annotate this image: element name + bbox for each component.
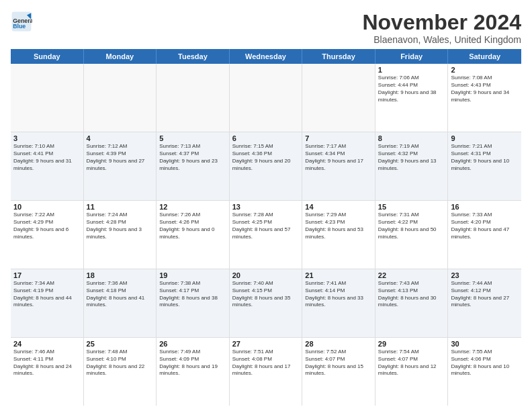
day-number: 23 [451,271,519,279]
calendar-cell: 29Sunrise: 7:54 AM Sunset: 4:07 PM Dayli… [375,338,449,406]
page: General Blue November 2024 Blaenavon, Wa… [0,0,532,411]
day-number: 29 [378,340,445,348]
calendar-cell: 23Sunrise: 7:44 AM Sunset: 4:12 PM Dayli… [448,269,521,337]
header: General Blue November 2024 Blaenavon, Wa… [11,11,521,45]
day-details: Sunrise: 7:31 AM Sunset: 4:22 PM Dayligh… [378,212,445,240]
day-details: Sunrise: 7:34 AM Sunset: 4:19 PM Dayligh… [13,280,81,309]
day-number: 12 [159,203,226,211]
calendar-cell: 4Sunrise: 7:12 AM Sunset: 4:39 PM Daylig… [84,132,157,200]
calendar-cell: 11Sunrise: 7:24 AM Sunset: 4:28 PM Dayli… [84,201,157,269]
day-details: Sunrise: 7:24 AM Sunset: 4:28 PM Dayligh… [87,212,154,240]
day-details: Sunrise: 7:49 AM Sunset: 4:09 PM Dayligh… [159,349,226,377]
day-details: Sunrise: 7:29 AM Sunset: 4:23 PM Dayligh… [305,212,372,240]
calendar-cell: 8Sunrise: 7:19 AM Sunset: 4:32 PM Daylig… [375,132,449,200]
day-details: Sunrise: 7:10 AM Sunset: 4:41 PM Dayligh… [13,143,81,172]
calendar-cell: 7Sunrise: 7:17 AM Sunset: 4:34 PM Daylig… [302,132,375,200]
title-block: November 2024 Blaenavon, Wales, United K… [362,11,521,45]
calendar-cell: 20Sunrise: 7:40 AM Sunset: 4:15 PM Dayli… [230,269,303,337]
day-number: 21 [305,271,372,279]
calendar-cell [230,64,303,132]
header-wednesday: Wednesday [230,49,303,64]
calendar-cell: 5Sunrise: 7:13 AM Sunset: 4:37 PM Daylig… [157,132,230,200]
header-monday: Monday [84,49,157,64]
day-number: 2 [451,66,519,74]
calendar-cell: 2Sunrise: 7:08 AM Sunset: 4:43 PM Daylig… [448,64,521,132]
header-tuesday: Tuesday [157,49,230,64]
day-number: 11 [87,203,154,211]
day-details: Sunrise: 7:06 AM Sunset: 4:44 PM Dayligh… [378,75,445,103]
calendar-cell: 19Sunrise: 7:38 AM Sunset: 4:17 PM Dayli… [157,269,230,337]
calendar-cell: 10Sunrise: 7:22 AM Sunset: 4:29 PM Dayli… [11,201,84,269]
calendar-cell: 1Sunrise: 7:06 AM Sunset: 4:44 PM Daylig… [375,64,449,132]
day-number: 20 [232,271,300,279]
day-details: Sunrise: 7:55 AM Sunset: 4:06 PM Dayligh… [451,349,519,377]
calendar-cell: 22Sunrise: 7:43 AM Sunset: 4:13 PM Dayli… [375,269,449,337]
calendar-cell: 14Sunrise: 7:29 AM Sunset: 4:23 PM Dayli… [302,201,375,269]
svg-text:Blue: Blue [13,23,26,30]
calendar-cell: 15Sunrise: 7:31 AM Sunset: 4:22 PM Dayli… [375,201,449,269]
day-details: Sunrise: 7:28 AM Sunset: 4:25 PM Dayligh… [232,212,300,240]
day-details: Sunrise: 7:54 AM Sunset: 4:07 PM Dayligh… [378,349,445,377]
day-details: Sunrise: 7:21 AM Sunset: 4:31 PM Dayligh… [451,143,519,172]
calendar-week-2: 3Sunrise: 7:10 AM Sunset: 4:41 PM Daylig… [11,132,521,201]
day-details: Sunrise: 7:41 AM Sunset: 4:14 PM Dayligh… [305,280,372,309]
calendar-week-3: 10Sunrise: 7:22 AM Sunset: 4:29 PM Dayli… [11,201,521,269]
day-details: Sunrise: 7:22 AM Sunset: 4:29 PM Dayligh… [13,212,81,240]
calendar-week-5: 24Sunrise: 7:46 AM Sunset: 4:11 PM Dayli… [11,338,521,406]
day-details: Sunrise: 7:08 AM Sunset: 4:43 PM Dayligh… [451,75,519,103]
header-thursday: Thursday [302,49,375,64]
day-details: Sunrise: 7:13 AM Sunset: 4:37 PM Dayligh… [159,143,226,172]
day-number: 27 [232,340,300,348]
calendar-week-4: 17Sunrise: 7:34 AM Sunset: 4:19 PM Dayli… [11,269,521,338]
calendar-cell: 25Sunrise: 7:48 AM Sunset: 4:10 PM Dayli… [84,338,157,406]
header-sunday: Sunday [11,49,84,64]
day-details: Sunrise: 7:44 AM Sunset: 4:12 PM Dayligh… [451,280,519,309]
calendar-cell: 30Sunrise: 7:55 AM Sunset: 4:06 PM Dayli… [448,338,521,406]
day-details: Sunrise: 7:48 AM Sunset: 4:10 PM Dayligh… [87,349,154,377]
calendar-cell [11,64,84,132]
day-details: Sunrise: 7:26 AM Sunset: 4:26 PM Dayligh… [159,212,226,240]
calendar-cell: 13Sunrise: 7:28 AM Sunset: 4:25 PM Dayli… [230,201,303,269]
day-number: 5 [159,134,226,142]
day-number: 4 [87,134,154,142]
day-number: 25 [87,340,154,348]
day-details: Sunrise: 7:51 AM Sunset: 4:08 PM Dayligh… [232,349,300,377]
day-details: Sunrise: 7:19 AM Sunset: 4:32 PM Dayligh… [378,143,445,172]
calendar-week-1: 1Sunrise: 7:06 AM Sunset: 4:44 PM Daylig… [11,64,521,132]
calendar-cell: 26Sunrise: 7:49 AM Sunset: 4:09 PM Dayli… [157,338,230,406]
day-number: 16 [451,203,519,211]
day-number: 18 [87,271,154,279]
day-details: Sunrise: 7:43 AM Sunset: 4:13 PM Dayligh… [378,280,445,309]
month-title: November 2024 [362,11,521,34]
calendar-cell: 21Sunrise: 7:41 AM Sunset: 4:14 PM Dayli… [302,269,375,337]
calendar: Sunday Monday Tuesday Wednesday Thursday… [11,49,521,406]
day-number: 14 [305,203,372,211]
calendar-cell: 3Sunrise: 7:10 AM Sunset: 4:41 PM Daylig… [11,132,84,200]
day-number: 1 [378,66,445,74]
day-number: 10 [13,203,81,211]
calendar-cell: 6Sunrise: 7:15 AM Sunset: 4:36 PM Daylig… [230,132,303,200]
calendar-header: Sunday Monday Tuesday Wednesday Thursday… [11,49,521,64]
day-details: Sunrise: 7:33 AM Sunset: 4:20 PM Dayligh… [451,212,519,240]
location: Blaenavon, Wales, United Kingdom [362,34,521,45]
day-number: 22 [378,271,445,279]
calendar-cell: 27Sunrise: 7:51 AM Sunset: 4:08 PM Dayli… [230,338,303,406]
day-number: 17 [13,271,81,279]
calendar-cell: 18Sunrise: 7:36 AM Sunset: 4:18 PM Dayli… [84,269,157,337]
day-number: 28 [305,340,372,348]
day-details: Sunrise: 7:17 AM Sunset: 4:34 PM Dayligh… [305,143,372,172]
day-details: Sunrise: 7:15 AM Sunset: 4:36 PM Dayligh… [232,143,300,172]
calendar-cell: 17Sunrise: 7:34 AM Sunset: 4:19 PM Dayli… [11,269,84,337]
header-saturday: Saturday [448,49,521,64]
header-friday: Friday [375,49,449,64]
day-details: Sunrise: 7:46 AM Sunset: 4:11 PM Dayligh… [13,349,81,377]
calendar-cell [157,64,230,132]
day-number: 13 [232,203,300,211]
day-details: Sunrise: 7:36 AM Sunset: 4:18 PM Dayligh… [87,280,154,309]
day-details: Sunrise: 7:40 AM Sunset: 4:15 PM Dayligh… [232,280,300,309]
day-details: Sunrise: 7:52 AM Sunset: 4:07 PM Dayligh… [305,349,372,377]
logo-icon: General Blue [11,11,32,32]
calendar-cell: 16Sunrise: 7:33 AM Sunset: 4:20 PM Dayli… [448,201,521,269]
day-number: 26 [159,340,226,348]
logo: General Blue [11,11,35,32]
